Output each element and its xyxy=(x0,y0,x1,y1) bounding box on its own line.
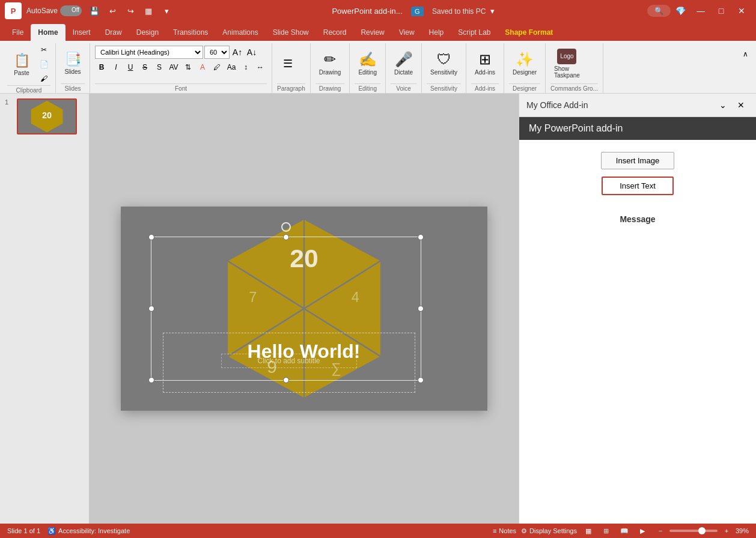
tab-design[interactable]: Design xyxy=(129,24,166,41)
designer-group: ✨ Designer Designer xyxy=(504,43,546,93)
tab-view[interactable]: View xyxy=(392,24,422,41)
tab-insert[interactable]: Insert xyxy=(66,24,98,41)
slide-canvas[interactable]: 20 9 4 7 ∑ Hello World! xyxy=(121,207,487,411)
more-font-button[interactable]: ↕ xyxy=(239,61,252,74)
undo-button[interactable]: ↩ xyxy=(105,3,120,19)
tab-shapeformat[interactable]: Shape Format xyxy=(498,24,560,41)
font-label: Font xyxy=(95,83,267,93)
designer-button[interactable]: ✨ Designer xyxy=(509,47,540,80)
tab-help[interactable]: Help xyxy=(422,24,451,41)
addin-collapse-button[interactable]: ⌄ xyxy=(715,97,731,113)
insert-image-button[interactable]: Insert Image xyxy=(601,152,674,169)
editing-group: ✍ Editing Editing xyxy=(350,43,386,93)
decrease-font-button[interactable]: A↓ xyxy=(245,46,258,59)
handle-ml[interactable] xyxy=(148,306,154,312)
autosave-control[interactable]: AutoSave Off xyxy=(26,5,82,16)
copy-button[interactable]: 📄 xyxy=(37,58,50,71)
handle-tm[interactable] xyxy=(283,234,289,240)
slideshow-button[interactable]: ▶ xyxy=(636,524,649,537)
font-size-select[interactable]: 60 xyxy=(204,46,230,59)
tab-draw[interactable]: Draw xyxy=(98,24,129,41)
font-color-button[interactable]: A xyxy=(196,61,209,74)
presentation-view-button[interactable]: ▦ xyxy=(141,3,156,19)
normal-view-button[interactable]: ▦ xyxy=(582,524,595,537)
highlight-button[interactable]: 🖊 xyxy=(210,61,224,74)
slide-subtitle[interactable]: Click to add subtitle xyxy=(221,354,356,368)
handle-tl[interactable] xyxy=(148,234,154,240)
slide-sorter-button[interactable]: ⊞ xyxy=(600,524,613,537)
tab-review[interactable]: Review xyxy=(353,24,391,41)
paragraph-label: Paragraph xyxy=(277,83,305,93)
new-slide-button[interactable]: 📑 Slides xyxy=(61,47,85,80)
font-name-select[interactable]: Calibri Light (Headings) xyxy=(95,46,203,59)
font-group: Calibri Light (Headings) 60 A↑ A↓ B I U … xyxy=(90,43,272,93)
status-bar: Slide 1 of 1 ♿ Accessibility: Investigat… xyxy=(0,524,756,538)
format-painter-button[interactable]: 🖌 xyxy=(37,72,50,85)
reading-view-button[interactable]: 📖 xyxy=(618,524,631,537)
zoom-track[interactable] xyxy=(669,530,718,532)
text-direction-button[interactable]: ⇅ xyxy=(181,61,195,74)
handle-br[interactable] xyxy=(418,377,424,383)
maximize-button[interactable]: □ xyxy=(712,2,731,19)
notes-button[interactable]: ≡ Notes xyxy=(493,527,516,534)
tab-transitions[interactable]: Transitions xyxy=(166,24,215,41)
accessibility-item[interactable]: ♿ Accessibility: Investigate xyxy=(47,527,130,535)
char-spacing-button[interactable]: AV xyxy=(167,61,180,74)
dictate-button[interactable]: 🎤 Dictate xyxy=(391,47,416,80)
drawing-group: ✏ Drawing Drawing xyxy=(311,43,350,93)
paste-button[interactable]: 📋 Paste xyxy=(7,47,36,81)
premium-icon[interactable]: 💎 xyxy=(671,2,690,19)
addins-button[interactable]: ⊞ Add-ins xyxy=(471,47,499,80)
drawing-button[interactable]: ✏ Drawing xyxy=(316,47,345,80)
cut-button[interactable]: ✂ xyxy=(37,43,50,56)
tab-slideshow[interactable]: Slide Show xyxy=(266,24,316,41)
redo-button[interactable]: ↪ xyxy=(123,3,138,19)
slide-thumbnail[interactable]: 20 xyxy=(17,98,77,134)
collapse-ribbon-button[interactable]: ∧ xyxy=(737,46,754,62)
addin-header: My Office Add-in ⌄ ✕ xyxy=(519,94,756,117)
autosave-toggle[interactable]: Off xyxy=(60,5,82,16)
handle-tr[interactable] xyxy=(418,234,424,240)
editing-button[interactable]: ✍ Editing xyxy=(355,47,380,80)
zoom-in-button[interactable]: + xyxy=(720,524,733,537)
paragraph-group: ☰ Paragraph xyxy=(272,43,311,93)
tab-record[interactable]: Record xyxy=(316,24,354,41)
sensitivity-icon: 🛡 xyxy=(437,51,451,68)
addin-header-buttons: ⌄ ✕ xyxy=(715,97,749,113)
zoom-thumb[interactable] xyxy=(698,527,706,534)
close-button[interactable]: ✕ xyxy=(732,2,751,19)
tab-file[interactable]: File xyxy=(5,24,31,41)
italic-button[interactable]: I xyxy=(109,61,123,74)
tab-home[interactable]: Home xyxy=(31,24,65,41)
show-taskpane-button[interactable]: Logo ShowTaskpane xyxy=(550,47,584,80)
zoom-out-button[interactable]: − xyxy=(654,524,667,537)
minimize-button[interactable]: — xyxy=(691,2,710,19)
search-box[interactable]: 🔍 xyxy=(647,5,671,17)
increase-font-button[interactable]: A↑ xyxy=(231,46,244,59)
rotate-handle[interactable] xyxy=(281,222,291,232)
paragraph-button[interactable]: ☰ xyxy=(277,48,299,79)
addin-close-button[interactable]: ✕ xyxy=(733,97,749,113)
strikethrough-button[interactable]: S xyxy=(138,61,151,74)
replace-fonts-button[interactable]: ↔ xyxy=(254,61,267,74)
tab-scriptlab[interactable]: Script Lab xyxy=(451,24,498,41)
handle-bl[interactable] xyxy=(148,377,154,383)
zoom-level[interactable]: 39% xyxy=(736,527,749,534)
accessibility-label: Accessibility: Investigate xyxy=(58,527,130,534)
save-button[interactable]: 💾 xyxy=(87,3,102,19)
insert-text-button[interactable]: Insert Text xyxy=(602,177,674,195)
addin-message: Message xyxy=(620,214,655,224)
tab-animations[interactable]: Animations xyxy=(215,24,265,41)
underline-button[interactable]: U xyxy=(124,61,137,74)
change-case-button[interactable]: Aa xyxy=(225,61,238,74)
display-settings-button[interactable]: ⚙ Display Settings xyxy=(521,527,577,535)
notes-icon: ≡ xyxy=(493,527,496,534)
handle-mr[interactable] xyxy=(418,306,424,312)
sensitivity-button[interactable]: 🛡 Sensitivity xyxy=(427,47,461,80)
bold-button[interactable]: B xyxy=(95,61,108,74)
text-shadow-button[interactable]: S xyxy=(153,61,166,74)
addins-group: ⊞ Add-ins Add-ins xyxy=(466,43,504,93)
customize-qat-button[interactable]: ▾ xyxy=(159,3,174,19)
editing-icon: ✍ xyxy=(359,51,377,68)
addins-label: Add-ins xyxy=(471,83,499,93)
